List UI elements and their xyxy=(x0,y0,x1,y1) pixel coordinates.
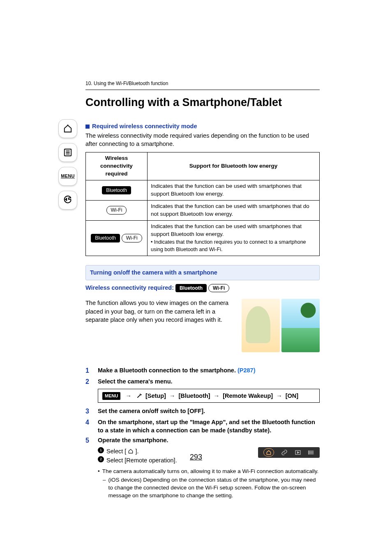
section-description: The function allows you to view images o… xyxy=(85,299,234,324)
table-row: Bluetooth Indicates that the function ca… xyxy=(86,180,320,201)
arrow-icon: → xyxy=(169,392,175,400)
step-4: 4 On the smartphone, start up the "Image… xyxy=(85,418,320,435)
wifi-badge: Wi-Fi xyxy=(122,234,142,242)
steps-list-cont: 3 Set the camera on/off switch to [OFF].… xyxy=(85,407,320,445)
step-3: 3 Set the camera on/off switch to [OFF]. xyxy=(85,407,320,416)
wifi-badge: Wi-Fi xyxy=(106,206,127,215)
section-turning-onoff: Turning on/off the camera with a smartph… xyxy=(85,265,320,280)
required-mode-heading: Required wireless connectivity mode xyxy=(85,122,320,130)
table-row: Bluetooth Wi-Fi Indicates that the funct… xyxy=(86,220,320,256)
svg-point-8 xyxy=(308,451,309,451)
illustration-person xyxy=(242,299,280,352)
divider xyxy=(85,90,320,90)
page-number[interactable]: 293 xyxy=(0,452,392,462)
toc-button[interactable] xyxy=(58,143,77,162)
section-description-row: The function allows you to view images o… xyxy=(85,299,320,352)
home-button[interactable] xyxy=(58,119,77,138)
step-1: 1 Make a Bluetooth connection to the sma… xyxy=(85,366,320,375)
table-cell-desc: Indicates that the function can be used … xyxy=(148,220,320,256)
menu-button-label: MENU xyxy=(61,173,75,179)
arrow-icon: → xyxy=(124,392,133,400)
notes: •The camera automatically turns on, allo… xyxy=(98,468,320,500)
bluetooth-badge: Bluetooth xyxy=(102,186,131,195)
step-5: 5 Operate the smartphone. xyxy=(85,436,320,445)
table-header-support: Support for Bluetooth low energy xyxy=(148,152,320,180)
arrow-icon: → xyxy=(276,392,282,400)
home-icon xyxy=(63,124,72,133)
list-page-icon xyxy=(63,148,72,157)
square-bullet-icon xyxy=(85,125,90,129)
note-sub-item: –(iOS devices) Depending on the connecti… xyxy=(103,476,320,500)
bluetooth-badge: Bluetooth xyxy=(175,284,207,293)
page-content: 10. Using the Wi-Fi/Bluetooth function C… xyxy=(85,80,320,500)
wrench-icon xyxy=(136,393,142,399)
menu-chip-icon: MENU xyxy=(102,392,120,400)
note-item: •The camera automatically turns on, allo… xyxy=(98,468,320,476)
table-cell-desc: Indicates that the function can be used … xyxy=(148,180,320,201)
wifi-badge: Wi-Fi xyxy=(208,284,229,293)
menu-button[interactable]: MENU xyxy=(58,167,77,186)
sidebar-nav: MENU xyxy=(58,119,78,210)
page-title: Controlling with a Smartphone/Tablet xyxy=(85,95,320,111)
table-row: Wi-Fi Indicates that the function can be… xyxy=(86,200,320,220)
bluetooth-badge: Bluetooth xyxy=(91,234,120,242)
connectivity-table: Wireless connectivity required Support f… xyxy=(85,152,320,256)
menu-path: MENU → [Setup] → [Bluetooth] → [Remote W… xyxy=(98,389,320,403)
illustration-landscape xyxy=(281,299,320,352)
required-mode-text: The wireless connectivity mode required … xyxy=(85,132,320,148)
back-button[interactable] xyxy=(58,191,77,210)
step-2: 2 Select the camera's menu. xyxy=(85,377,320,386)
back-arrow-icon xyxy=(63,196,72,205)
arrow-icon: → xyxy=(214,392,220,400)
wireless-required-line: Wireless connectivity required: Bluetoot… xyxy=(85,284,320,293)
breadcrumb: 10. Using the Wi-Fi/Bluetooth function xyxy=(85,80,320,87)
table-header-required: Wireless connectivity required xyxy=(86,152,148,180)
page-reference-link[interactable]: (P287) xyxy=(238,367,256,374)
illustration xyxy=(242,299,320,352)
table-cell-desc: Indicates that the function can be used … xyxy=(148,200,320,220)
steps-list: 1 Make a Bluetooth connection to the sma… xyxy=(85,366,320,386)
